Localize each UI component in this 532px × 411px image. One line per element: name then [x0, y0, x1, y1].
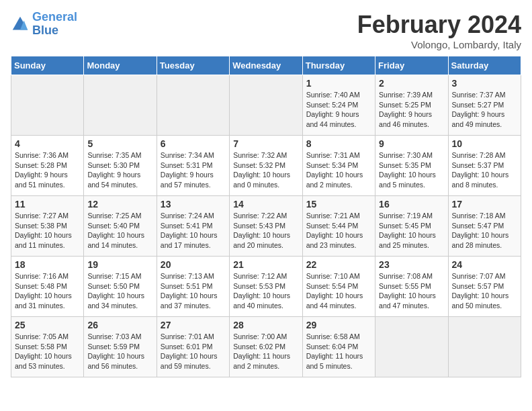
day-number: 26 [87, 320, 152, 330]
calendar-week-1: 1Sunrise: 7:40 AM Sunset: 5:24 PM Daylig… [11, 75, 521, 136]
calendar-week-2: 4Sunrise: 7:36 AM Sunset: 5:28 PM Daylig… [11, 136, 521, 196]
day-number: 19 [87, 259, 152, 270]
day-info: Sunrise: 7:28 AM Sunset: 5:37 PM Dayligh… [452, 150, 517, 190]
day-number: 13 [161, 199, 226, 210]
day-info: Sunrise: 7:10 AM Sunset: 5:54 PM Dayligh… [306, 271, 371, 311]
day-number: 6 [161, 138, 226, 149]
day-number: 15 [306, 199, 371, 210]
calendar-cell: 7Sunrise: 7:32 AM Sunset: 5:32 PM Daylig… [230, 136, 302, 196]
day-number: 14 [233, 199, 298, 210]
day-info: Sunrise: 7:16 AM Sunset: 5:48 PM Dayligh… [15, 271, 80, 311]
calendar-cell [448, 317, 521, 377]
calendar-cell [84, 75, 157, 136]
day-info: Sunrise: 7:39 AM Sunset: 5:25 PM Dayligh… [379, 90, 444, 130]
day-number: 22 [306, 259, 371, 270]
day-number: 7 [233, 138, 298, 149]
calendar-cell: 6Sunrise: 7:34 AM Sunset: 5:31 PM Daylig… [157, 136, 229, 196]
calendar-cell: 2Sunrise: 7:39 AM Sunset: 5:25 PM Daylig… [375, 75, 448, 136]
day-info: Sunrise: 7:13 AM Sunset: 5:51 PM Dayligh… [161, 271, 226, 311]
calendar-cell: 17Sunrise: 7:18 AM Sunset: 5:47 PM Dayli… [448, 196, 521, 257]
calendar-cell: 21Sunrise: 7:12 AM Sunset: 5:53 PM Dayli… [230, 257, 302, 317]
title-block: February 2024 Volongo, Lombardy, Italy [357, 11, 521, 50]
day-info: Sunrise: 7:40 AM Sunset: 5:24 PM Dayligh… [306, 90, 371, 130]
day-info: Sunrise: 7:27 AM Sunset: 5:38 PM Dayligh… [15, 211, 80, 250]
calendar-cell: 12Sunrise: 7:25 AM Sunset: 5:40 PM Dayli… [84, 196, 157, 257]
day-number: 24 [452, 259, 517, 270]
logo: General Blue [11, 11, 77, 38]
day-info: Sunrise: 7:24 AM Sunset: 5:41 PM Dayligh… [161, 211, 226, 250]
day-number: 28 [233, 320, 298, 330]
calendar-cell: 25Sunrise: 7:05 AM Sunset: 5:58 PM Dayli… [11, 317, 84, 377]
day-info: Sunrise: 7:07 AM Sunset: 5:57 PM Dayligh… [452, 271, 517, 311]
calendar-cell: 11Sunrise: 7:27 AM Sunset: 5:38 PM Dayli… [11, 196, 84, 257]
calendar-cell: 8Sunrise: 7:31 AM Sunset: 5:34 PM Daylig… [302, 136, 375, 196]
calendar-cell: 24Sunrise: 7:07 AM Sunset: 5:57 PM Dayli… [448, 257, 521, 317]
day-number: 8 [306, 138, 371, 149]
column-header-tuesday: Tuesday [157, 56, 229, 75]
column-header-monday: Monday [84, 56, 157, 75]
calendar-cell [375, 317, 448, 377]
calendar-cell: 10Sunrise: 7:28 AM Sunset: 5:37 PM Dayli… [448, 136, 521, 196]
calendar-cell [11, 75, 84, 136]
calendar-week-3: 11Sunrise: 7:27 AM Sunset: 5:38 PM Dayli… [11, 196, 521, 257]
day-info: Sunrise: 7:21 AM Sunset: 5:44 PM Dayligh… [306, 211, 371, 250]
day-number: 2 [379, 78, 444, 89]
month-title: February 2024 [357, 11, 521, 39]
location-subtitle: Volongo, Lombardy, Italy [357, 39, 521, 50]
day-number: 10 [452, 138, 517, 149]
day-number: 17 [452, 199, 517, 210]
day-info: Sunrise: 7:00 AM Sunset: 6:02 PM Dayligh… [233, 332, 298, 371]
day-header-row: SundayMondayTuesdayWednesdayThursdayFrid… [11, 56, 521, 75]
day-number: 25 [15, 320, 80, 330]
day-info: Sunrise: 7:12 AM Sunset: 5:53 PM Dayligh… [233, 271, 298, 311]
day-number: 21 [233, 259, 298, 270]
column-header-saturday: Saturday [448, 56, 521, 75]
day-info: Sunrise: 7:03 AM Sunset: 5:59 PM Dayligh… [87, 332, 152, 371]
day-info: Sunrise: 7:18 AM Sunset: 5:47 PM Dayligh… [452, 211, 517, 250]
column-header-sunday: Sunday [11, 56, 84, 75]
column-header-thursday: Thursday [302, 56, 375, 75]
calendar-cell: 29Sunrise: 6:58 AM Sunset: 6:04 PM Dayli… [302, 317, 375, 377]
calendar-cell: 9Sunrise: 7:30 AM Sunset: 5:35 PM Daylig… [375, 136, 448, 196]
day-info: Sunrise: 7:36 AM Sunset: 5:28 PM Dayligh… [15, 150, 80, 190]
calendar-cell [230, 75, 302, 136]
day-info: Sunrise: 6:58 AM Sunset: 6:04 PM Dayligh… [306, 332, 371, 371]
calendar-cell: 14Sunrise: 7:22 AM Sunset: 5:43 PM Dayli… [230, 196, 302, 257]
calendar-cell: 16Sunrise: 7:19 AM Sunset: 5:45 PM Dayli… [375, 196, 448, 257]
day-number: 18 [15, 259, 80, 270]
calendar-week-5: 25Sunrise: 7:05 AM Sunset: 5:58 PM Dayli… [11, 317, 521, 377]
calendar-cell [157, 75, 229, 136]
day-info: Sunrise: 7:30 AM Sunset: 5:35 PM Dayligh… [379, 150, 444, 190]
day-info: Sunrise: 7:35 AM Sunset: 5:30 PM Dayligh… [87, 150, 152, 190]
day-info: Sunrise: 7:15 AM Sunset: 5:50 PM Dayligh… [87, 271, 152, 311]
day-info: Sunrise: 7:22 AM Sunset: 5:43 PM Dayligh… [233, 211, 298, 250]
day-info: Sunrise: 7:37 AM Sunset: 5:27 PM Dayligh… [452, 90, 517, 130]
calendar-cell: 3Sunrise: 7:37 AM Sunset: 5:27 PM Daylig… [448, 75, 521, 136]
day-info: Sunrise: 7:08 AM Sunset: 5:55 PM Dayligh… [379, 271, 444, 311]
calendar-cell: 15Sunrise: 7:21 AM Sunset: 5:44 PM Dayli… [302, 196, 375, 257]
day-number: 11 [15, 199, 80, 210]
day-info: Sunrise: 7:25 AM Sunset: 5:40 PM Dayligh… [87, 211, 152, 250]
day-number: 23 [379, 259, 444, 270]
calendar-cell: 4Sunrise: 7:36 AM Sunset: 5:28 PM Daylig… [11, 136, 84, 196]
day-number: 5 [87, 138, 152, 149]
calendar-cell: 5Sunrise: 7:35 AM Sunset: 5:30 PM Daylig… [84, 136, 157, 196]
calendar-cell: 28Sunrise: 7:00 AM Sunset: 6:02 PM Dayli… [230, 317, 302, 377]
day-number: 29 [306, 320, 371, 330]
day-number: 12 [87, 199, 152, 210]
day-number: 27 [161, 320, 226, 330]
calendar-cell: 13Sunrise: 7:24 AM Sunset: 5:41 PM Dayli… [157, 196, 229, 257]
day-number: 4 [15, 138, 80, 149]
day-info: Sunrise: 7:31 AM Sunset: 5:34 PM Dayligh… [306, 150, 371, 190]
day-info: Sunrise: 7:05 AM Sunset: 5:58 PM Dayligh… [15, 332, 80, 371]
day-info: Sunrise: 7:34 AM Sunset: 5:31 PM Dayligh… [161, 150, 226, 190]
calendar-cell: 1Sunrise: 7:40 AM Sunset: 5:24 PM Daylig… [302, 75, 375, 136]
calendar-cell: 19Sunrise: 7:15 AM Sunset: 5:50 PM Dayli… [84, 257, 157, 317]
calendar-cell: 22Sunrise: 7:10 AM Sunset: 5:54 PM Dayli… [302, 257, 375, 317]
calendar-cell: 23Sunrise: 7:08 AM Sunset: 5:55 PM Dayli… [375, 257, 448, 317]
calendar-week-4: 18Sunrise: 7:16 AM Sunset: 5:48 PM Dayli… [11, 257, 521, 317]
calendar-table: SundayMondayTuesdayWednesdayThursdayFrid… [11, 56, 521, 377]
calendar-cell: 20Sunrise: 7:13 AM Sunset: 5:51 PM Dayli… [157, 257, 229, 317]
calendar-cell: 26Sunrise: 7:03 AM Sunset: 5:59 PM Dayli… [84, 317, 157, 377]
column-header-wednesday: Wednesday [230, 56, 302, 75]
